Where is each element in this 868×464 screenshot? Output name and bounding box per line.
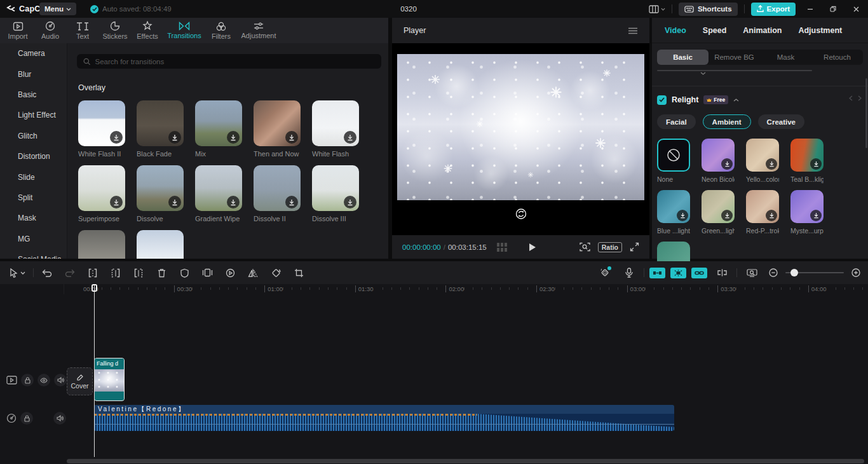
search-bar[interactable] (77, 54, 381, 69)
tab-filters[interactable]: Filters (208, 18, 234, 43)
relight-effect-card[interactable]: Yello...color (746, 139, 779, 183)
category-item[interactable]: Camera (0, 43, 67, 64)
relight-effect-thumbnail[interactable] (790, 190, 824, 223)
shortcuts-button[interactable]: Shortcuts (679, 3, 738, 16)
fullscreen-icon[interactable] (630, 242, 639, 252)
download-icon[interactable] (168, 196, 181, 208)
timeline-zoom-slider[interactable] (785, 272, 844, 273)
transition-thumbnail[interactable] (78, 230, 125, 259)
transition-card[interactable]: White Flash (312, 100, 359, 158)
tab-transitions[interactable]: Transitions (164, 18, 205, 43)
page-right-icon[interactable] (858, 95, 862, 101)
download-icon[interactable] (766, 210, 777, 221)
freeze-frame-button[interactable] (198, 264, 217, 281)
page-left-icon[interactable] (849, 95, 853, 101)
transition-thumbnail[interactable] (137, 100, 184, 146)
download-icon[interactable] (227, 196, 240, 208)
play-button[interactable] (529, 243, 536, 252)
restore-button[interactable] (825, 0, 841, 18)
subtab-retouch[interactable]: Retouch (811, 50, 863, 65)
layout-switch-button[interactable] (649, 5, 665, 13)
subtab-mask[interactable]: Mask (760, 50, 811, 65)
transition-thumbnail[interactable] (312, 100, 359, 146)
category-item[interactable]: Social Media (0, 249, 67, 259)
search-input[interactable] (95, 58, 375, 65)
relight-effect-thumbnail[interactable] (790, 139, 824, 172)
category-item[interactable]: Basic (0, 85, 67, 105)
timeline-ruler[interactable]: 00:0000:3001:0001:3002:0002:3003:0003:30… (64, 284, 868, 294)
download-icon[interactable] (168, 131, 181, 144)
transition-thumbnail[interactable] (254, 165, 301, 211)
transition-thumbnail[interactable] (254, 100, 301, 146)
main-track-magnet-toggle[interactable] (649, 268, 665, 278)
split-delete-right-button[interactable] (129, 264, 148, 281)
link-clips-toggle[interactable] (691, 268, 707, 278)
undo-button[interactable] (37, 264, 57, 281)
relight-filter-pill[interactable]: Creative (758, 114, 804, 129)
video-clip[interactable]: Falling d (94, 358, 125, 401)
download-icon[interactable] (721, 158, 733, 170)
relight-effect-card[interactable]: Red-P...troke (746, 190, 779, 235)
download-icon[interactable] (344, 196, 356, 208)
transition-card-partial[interactable] (78, 230, 125, 259)
transition-card[interactable]: Dissolve III (312, 165, 359, 222)
transition-thumbnail[interactable] (78, 165, 125, 211)
transition-thumbnail[interactable] (137, 165, 184, 211)
horizontal-scrollbar[interactable] (67, 459, 864, 463)
minimize-button[interactable] (802, 0, 818, 18)
download-icon[interactable] (227, 131, 240, 144)
transition-thumbnail[interactable] (312, 165, 359, 211)
player-menu-icon[interactable] (628, 27, 638, 34)
smart-tools-button[interactable] (595, 264, 614, 281)
relight-effect-thumbnail[interactable] (746, 190, 779, 223)
category-item[interactable]: Light Effect (0, 105, 67, 125)
relight-effect-thumbnail[interactable] (702, 190, 735, 223)
category-item[interactable]: Split (0, 188, 67, 208)
select-tool-button[interactable] (5, 264, 29, 281)
mask-tool-button[interactable] (175, 264, 194, 281)
relight-checkbox[interactable] (657, 95, 667, 105)
subtab-basic[interactable]: Basic (657, 50, 709, 65)
tab-import[interactable]: Import (4, 18, 32, 43)
download-icon[interactable] (110, 131, 123, 144)
export-button[interactable]: Export (751, 3, 796, 16)
transition-card[interactable]: Then and Now (254, 100, 301, 158)
relight-effect-card[interactable]: None (657, 139, 690, 183)
download-icon[interactable] (810, 210, 822, 221)
transition-card[interactable]: Black Fade (137, 100, 184, 158)
close-button[interactable] (848, 0, 864, 18)
category-item[interactable]: Distortion (0, 146, 67, 167)
scrollbar-thumb[interactable] (865, 78, 867, 148)
menu-button[interactable]: Menu (39, 3, 76, 15)
delete-button[interactable] (152, 264, 171, 281)
download-icon[interactable] (766, 158, 777, 170)
transition-card[interactable]: Dissolve II (254, 165, 301, 222)
transition-card[interactable]: Superimpose (78, 165, 125, 222)
player-stage[interactable] (392, 43, 649, 235)
download-icon[interactable] (810, 158, 822, 170)
lock-track-button[interactable] (21, 374, 34, 386)
category-item[interactable]: MG (0, 229, 67, 249)
record-voiceover-button[interactable] (620, 264, 639, 281)
subtab-remove-bg[interactable]: Remove BG (709, 50, 760, 65)
focus-preview-icon[interactable] (580, 242, 590, 252)
relight-filter-pill[interactable]: Ambient (703, 114, 751, 129)
transition-card-partial[interactable] (137, 230, 184, 259)
download-icon[interactable] (285, 196, 298, 208)
lock-track-button[interactable] (20, 412, 33, 425)
timeline-area[interactable]: 00:0000:3001:0001:3002:0002:3003:0003:30… (0, 284, 868, 464)
zoom-slider-handle[interactable] (790, 269, 798, 276)
chevron-down-icon[interactable] (700, 72, 706, 75)
category-item[interactable]: Slide (0, 167, 67, 187)
mute-track-button[interactable] (54, 374, 67, 386)
cover-button[interactable]: Cover (67, 367, 93, 395)
transition-card[interactable]: Dissolve (137, 165, 184, 222)
transition-thumbnail[interactable] (195, 165, 242, 211)
tab-speed[interactable]: Speed (703, 26, 727, 35)
relight-effect-thumbnail[interactable] (657, 190, 690, 223)
ratio-button[interactable]: Ratio (598, 242, 622, 252)
relight-filter-pill[interactable]: Facial (657, 114, 696, 129)
category-item[interactable]: Mask (0, 208, 67, 228)
relight-effect-thumbnail[interactable] (702, 139, 735, 172)
transition-card[interactable]: Mix (195, 100, 242, 158)
